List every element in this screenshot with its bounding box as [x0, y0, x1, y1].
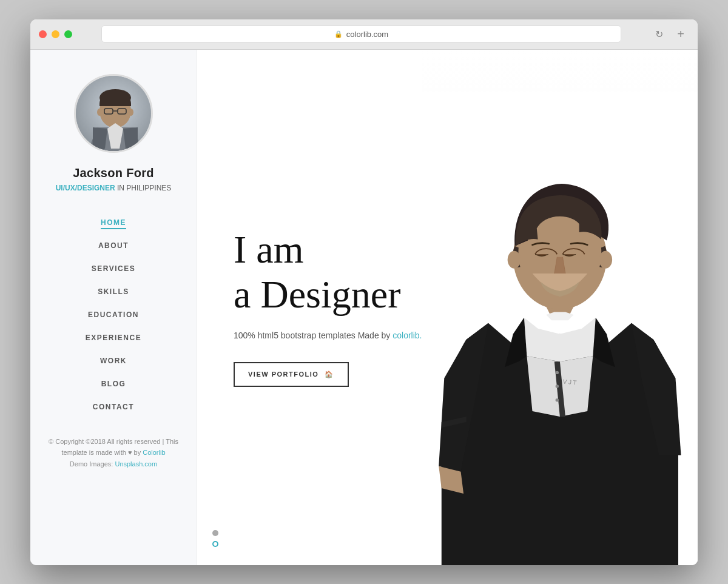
- browser-content: Jackson Ford UI/UX/DESIGNER IN PHILIPPIN…: [30, 50, 698, 565]
- browser-chrome: 🔒 colorlib.com ↻ +: [30, 19, 698, 50]
- lock-icon: 🔒: [334, 30, 343, 38]
- nav-link-home[interactable]: HOME: [101, 218, 126, 229]
- nav-link-skills[interactable]: SKILLS: [98, 287, 129, 296]
- main-content: I am a Designer 100% html5 bootstrap tem…: [197, 50, 698, 565]
- person-name: Jackson Ford: [73, 166, 154, 180]
- navigation: HOME ABOUT SERVICES SKILLS EDUCATION: [86, 210, 141, 418]
- nav-link-about[interactable]: ABOUT: [98, 241, 129, 250]
- avatar: [74, 74, 153, 153]
- avatar-image: [76, 76, 151, 151]
- nav-item-work[interactable]: WORK: [86, 349, 141, 372]
- nav-item-experience[interactable]: EXPERIENCE: [86, 326, 141, 349]
- scroll-dot-1[interactable]: [212, 530, 218, 536]
- minimize-button[interactable]: [52, 30, 59, 38]
- svg-point-17: [599, 250, 613, 268]
- colorlib-link[interactable]: Colorlib: [143, 449, 165, 456]
- hero-title-line2: a Designer: [234, 273, 400, 316]
- close-button[interactable]: [39, 30, 47, 38]
- address-bar[interactable]: 🔒 colorlib.com: [101, 25, 621, 42]
- nav-item-services[interactable]: SERVICES: [86, 257, 141, 280]
- hero-title-line1: I am: [234, 228, 304, 271]
- portfolio-btn-icon: 🏠: [325, 371, 334, 378]
- demo-images-label: Demo Images:: [70, 460, 115, 468]
- view-portfolio-button[interactable]: VIEW PORTFOLIO 🏠: [234, 362, 349, 387]
- sidebar-footer: © Copyright ©2018 All rights reserved | …: [42, 436, 184, 470]
- nav-link-services[interactable]: SERVICES: [92, 264, 135, 273]
- browser-window: 🔒 colorlib.com ↻ +: [30, 19, 698, 565]
- hero-person-illustration: V J T: [422, 50, 698, 565]
- nav-link-contact[interactable]: CONTACT: [93, 403, 134, 411]
- svg-point-10: [129, 109, 133, 116]
- person-role: UI/UX/DESIGNER IN PHILIPPINES: [56, 184, 172, 192]
- nav-item-skills[interactable]: SKILLS: [86, 280, 141, 303]
- refresh-button[interactable]: ↻: [650, 25, 667, 42]
- svg-point-14: [556, 398, 559, 401]
- nav-item-blog[interactable]: BLOG: [86, 372, 141, 395]
- hero-subtitle-text: 100% html5 bootstrap templates Made by: [234, 331, 393, 340]
- nav-link-work[interactable]: WORK: [100, 357, 127, 365]
- role-title: UI/UX/DESIGNER: [56, 184, 115, 192]
- nav-item-contact[interactable]: CONTACT: [86, 395, 141, 418]
- scroll-dots: [212, 530, 218, 547]
- nav-link-education[interactable]: EDUCATION: [88, 310, 139, 319]
- nav-link-blog[interactable]: BLOG: [101, 380, 126, 388]
- nav-link-experience[interactable]: EXPERIENCE: [86, 334, 141, 342]
- nav-item-education[interactable]: EDUCATION: [86, 303, 141, 326]
- svg-point-16: [508, 250, 521, 268]
- svg-point-12: [556, 371, 559, 374]
- nav-menu: HOME ABOUT SERVICES SKILLS EDUCATION: [86, 210, 141, 418]
- nav-item-home[interactable]: HOME: [86, 210, 141, 233]
- role-location: IN PHILIPPINES: [115, 184, 172, 192]
- portfolio-btn-label: VIEW PORTFOLIO: [248, 371, 318, 378]
- svg-point-9: [97, 109, 102, 116]
- unsplash-link[interactable]: Unsplash.com: [115, 460, 157, 468]
- new-tab-button[interactable]: +: [672, 25, 689, 42]
- hero-image: V J T: [422, 50, 698, 565]
- svg-text:V J T: V J T: [562, 378, 577, 386]
- scroll-dot-2[interactable]: [212, 541, 218, 547]
- url-text: colorlib.com: [346, 30, 388, 39]
- sidebar: Jackson Ford UI/UX/DESIGNER IN PHILIPPIN…: [30, 50, 197, 565]
- maximize-button[interactable]: [64, 30, 72, 38]
- nav-item-about[interactable]: ABOUT: [86, 233, 141, 257]
- svg-point-13: [556, 384, 559, 388]
